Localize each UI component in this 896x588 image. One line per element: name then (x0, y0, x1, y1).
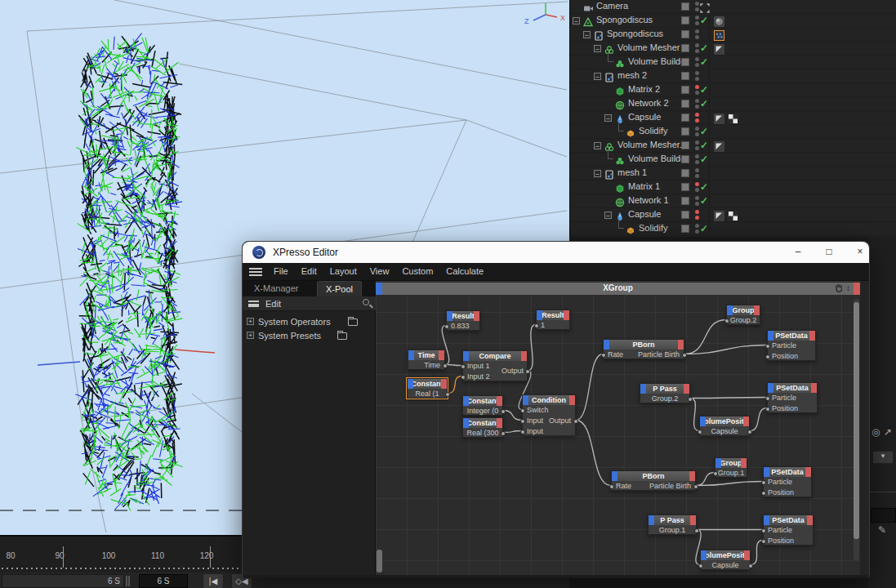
node-port[interactable] (609, 484, 614, 489)
node-input-corner[interactable] (764, 467, 769, 477)
collapse-toggle[interactable]: – (573, 17, 580, 24)
layer-square[interactable] (681, 127, 689, 136)
editor-visibility-dot[interactable] (695, 127, 699, 131)
pan-and-scale-icons[interactable]: ↕ (835, 283, 850, 294)
node-port[interactable] (520, 430, 525, 434)
editor-visibility-dot[interactable] (695, 113, 699, 117)
node-port[interactable] (761, 539, 766, 544)
render-visibility-dot[interactable] (695, 216, 699, 220)
value-field[interactable] (871, 508, 896, 523)
node-port[interactable] (443, 363, 448, 368)
node-input-corner[interactable] (463, 418, 469, 428)
editor-visibility-dot[interactable] (695, 71, 699, 75)
menu-custom[interactable]: Custom (395, 263, 439, 276)
layer-square[interactable] (681, 86, 689, 94)
xpresso-node-vol1[interactable]: VolumePositionCapsule (699, 416, 750, 436)
node-output-corner[interactable] (439, 350, 444, 360)
menu-file[interactable]: File (267, 263, 295, 276)
enable-toggle[interactable]: ✓ (700, 15, 708, 26)
enable-toggle[interactable]: ✓ (700, 223, 708, 234)
msel-tag[interactable] (714, 29, 724, 40)
pool-item-system-operators[interactable]: +System Operators (243, 315, 376, 329)
node-output-corner[interactable] (564, 310, 569, 320)
node-port[interactable] (713, 471, 718, 476)
node-titlebar[interactable]: PBorn (612, 471, 695, 481)
collapse-toggle[interactable]: – (594, 73, 601, 80)
node-titlebar[interactable]: Condition (523, 395, 575, 405)
xpresso-node-group1[interactable]: GroupGroup.2 (726, 305, 760, 325)
editor-visibility-dot[interactable] (695, 2, 699, 6)
node-titlebar[interactable]: Result (447, 311, 479, 321)
xpresso-node-pborn2[interactable]: PBornRateParticle Birth (611, 470, 696, 491)
node-port[interactable] (761, 480, 766, 485)
node-input-corner[interactable] (701, 550, 707, 560)
xpresso-node-const1[interactable]: ConstantReal (1 (407, 378, 448, 399)
object-row-volume-mesher-1[interactable]: –Volume Mesher.1✓ (570, 139, 896, 153)
tab-x-pool[interactable]: X-Pool (317, 281, 362, 296)
node-output-corner[interactable] (521, 351, 527, 361)
node-input-corner[interactable] (408, 379, 413, 389)
node-port[interactable] (694, 528, 699, 533)
node-input-corner[interactable] (463, 396, 469, 406)
node-output-corner[interactable] (497, 396, 502, 406)
render-visibility-dot[interactable] (695, 174, 699, 178)
object-row-volume-mesher[interactable]: –Volume Mesher✓ (570, 42, 896, 56)
render-visibility-dot[interactable] (695, 91, 699, 95)
node-titlebar[interactable]: P Pass (649, 515, 696, 525)
node-port[interactable] (761, 528, 766, 533)
render-visibility-dot[interactable] (695, 7, 699, 11)
node-output-corner[interactable] (690, 515, 696, 525)
node-input-corner[interactable] (612, 471, 617, 481)
node-output-corner[interactable] (744, 550, 750, 560)
object-row-spongodiscus[interactable]: –Spongodiscus✓ (570, 14, 896, 28)
layer-square[interactable] (681, 72, 689, 80)
checker-tag[interactable] (728, 113, 738, 123)
xpresso-node-ppass2[interactable]: P PassGroup.1 (648, 514, 697, 535)
xpresso-node-pborn1[interactable]: PBornRateParticle Birth (603, 339, 684, 359)
node-output-corner[interactable] (805, 467, 811, 477)
enable-toggle[interactable]: ✓ (700, 195, 708, 207)
render-visibility-dot[interactable] (695, 160, 699, 164)
collapse-toggle[interactable]: – (594, 170, 601, 177)
expand-toggle[interactable]: + (247, 318, 254, 325)
layer-square[interactable] (681, 183, 689, 191)
node-port[interactable] (444, 324, 449, 329)
menu-calculate[interactable]: Calculate (439, 263, 490, 276)
node-port[interactable] (765, 354, 770, 359)
node-port[interactable] (724, 318, 729, 323)
node-titlebar[interactable]: Group (715, 458, 747, 468)
node-output-corner[interactable] (754, 305, 760, 315)
node-output-corner[interactable] (809, 331, 815, 341)
node-titlebar[interactable]: Group (727, 305, 760, 315)
render-visibility-dot[interactable] (695, 105, 699, 109)
node-port[interactable] (573, 419, 578, 424)
render-visibility-dot[interactable] (695, 63, 699, 67)
editor-visibility-dot[interactable] (695, 140, 699, 145)
node-port[interactable] (445, 392, 450, 397)
object-row-matrix-1[interactable]: Matrix 1✓ (570, 180, 896, 194)
render-visibility-dot[interactable] (695, 77, 699, 81)
node-port[interactable] (765, 344, 770, 349)
editor-visibility-dot[interactable] (695, 196, 699, 200)
xpresso-node-const3[interactable]: ConstantReal (300 (462, 417, 503, 438)
node-port[interactable] (501, 431, 506, 436)
xpresso-node-time[interactable]: TimeTime (408, 350, 445, 370)
object-row-volume-builder[interactable]: Volume Builder✓ (570, 153, 896, 167)
flag-tag[interactable] (714, 43, 724, 54)
dropdown-button[interactable]: ▾ (872, 451, 894, 464)
layer-square[interactable] (681, 114, 689, 122)
checker-tag[interactable] (728, 210, 738, 220)
external-window-icon[interactable]: ↗ (884, 426, 892, 438)
object-row-spongodiscus[interactable]: –Spongodiscus (570, 28, 896, 42)
node-titlebar[interactable]: Constant (463, 396, 502, 406)
node-output-corner[interactable] (741, 458, 747, 468)
node-port[interactable] (698, 564, 703, 568)
node-titlebar[interactable]: PSetData (764, 467, 811, 477)
collapse-toggle[interactable]: – (594, 45, 601, 52)
editor-visibility-dot[interactable] (695, 182, 699, 186)
xpresso-node-group2[interactable]: GroupGroup.1 (715, 457, 747, 478)
object-row-camera[interactable]: Camera (570, 0, 896, 14)
xpresso-node-const2[interactable]: ConstantInteger (0 (462, 395, 503, 416)
node-titlebar[interactable]: VolumePosition (700, 416, 749, 426)
goto-start-button[interactable]: |◀ (203, 573, 224, 588)
